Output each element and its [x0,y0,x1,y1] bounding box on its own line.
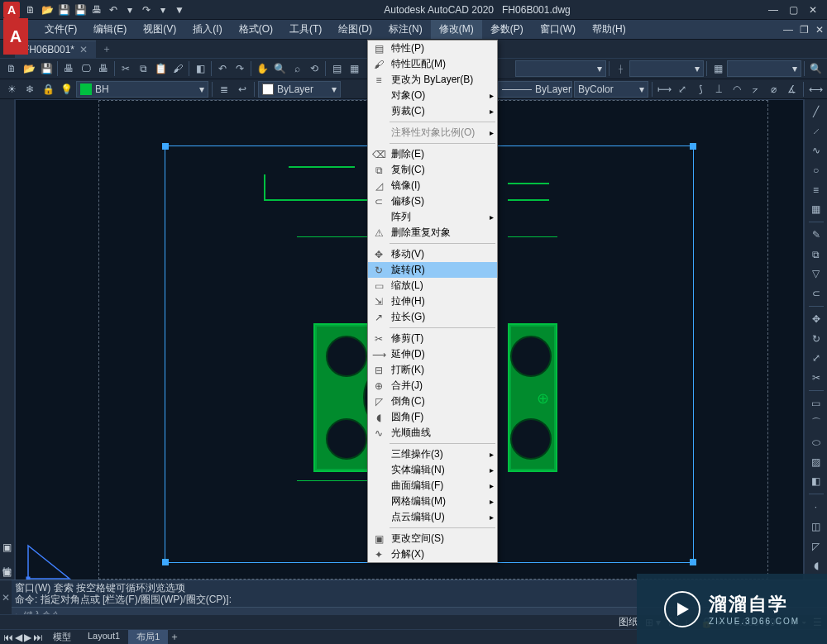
menu-帮助[interactable]: 帮助(H) [584,20,634,39]
menu-item[interactable]: ▣更改空间(S) [368,531,497,546]
menu-item[interactable]: ⚠删除重复对象 [368,225,497,241]
menu-item[interactable]: ⇲拉伸(H) [368,293,497,309]
menu-item[interactable]: 阵列▸ [368,209,497,225]
color-dropdown[interactable]: ByLayer ▾ [258,81,341,98]
scale-tool-icon[interactable]: ⤢ [807,349,825,367]
trim-tool-icon[interactable]: ✂ [807,369,825,387]
dim-jogged-icon[interactable]: ⦢ [747,81,763,98]
mirror-tool-icon[interactable]: ▽ [807,265,825,284]
menu-编辑[interactable]: 编辑(E) [85,20,135,39]
undo-icon[interactable]: ↶ [106,2,121,17]
lineweight-dropdown[interactable]: ——— ByLayer▾ [498,81,572,98]
rect-tool-icon[interactable]: ▭ [807,394,825,413]
design-center-icon[interactable]: ▦ [346,60,362,77]
annotation-scale-dropdown[interactable]: ▾ [515,60,606,77]
add-layout-icon[interactable]: ＋ [170,630,179,644]
print-icon[interactable]: 🖶 [89,2,104,17]
polyline-tool-icon[interactable]: ⟋ [807,122,825,141]
layer-manager-icon[interactable]: ☀ [3,81,20,98]
chevron-down-icon[interactable]: ▾ [155,2,170,17]
open-icon[interactable]: 📂 [40,2,55,17]
ellipse-tool-icon[interactable]: ⬭ [807,433,825,451]
mdi-minimize-icon[interactable]: — [783,24,793,36]
copy-icon[interactable]: ⧉ [135,60,151,77]
grip-handle[interactable] [162,143,169,150]
arc-tool-icon[interactable]: ⌒ [807,414,825,432]
layout-tab[interactable]: 模型 [45,630,79,644]
layer-off-icon[interactable]: 💡 [58,81,74,98]
layer-states-icon[interactable]: ≣ [216,81,232,98]
cut-icon[interactable]: ✂ [117,60,134,77]
erase-tool-icon[interactable]: ✎ [807,226,825,244]
layer-prev-icon[interactable]: ↩ [234,81,251,98]
block-tool-icon[interactable]: ◫ [807,518,825,536]
print-preview-icon[interactable]: 🖵 [78,60,94,77]
matchprop-icon[interactable]: 🖌 [170,60,186,77]
dim-linear-icon[interactable]: ⟼ [656,81,672,98]
menu-item[interactable]: ↗拉长(G) [368,309,497,325]
menu-窗口[interactable]: 窗口(W) [532,20,584,39]
plotstyle-dropdown[interactable]: ByColor ▾ [574,81,648,98]
layout-tab[interactable]: Layout1 [79,630,128,644]
hatch-tool-icon[interactable]: ▨ [807,453,825,471]
menu-修改[interactable]: 修改(M) [431,20,482,39]
menu-item[interactable]: 网格编辑(M)▸ [368,494,497,509]
dim-quick-icon[interactable]: ⟷ [807,81,824,98]
menu-item[interactable]: 曲面编辑(F)▸ [368,478,497,494]
dim-diameter-icon[interactable]: ⌀ [765,81,782,98]
minimize-button[interactable]: — [767,4,779,16]
menu-item[interactable]: ≡更改为 ByLayer(B) [368,72,497,88]
menu-item[interactable]: ⊂偏移(S) [368,193,497,209]
menu-视图[interactable]: 视图(V) [135,20,184,39]
tab-nav-prev-icon[interactable]: ◀ [15,632,22,643]
mdi-restore-icon[interactable]: ❐ [800,24,809,36]
menu-插入[interactable]: 插入(I) [184,20,230,39]
table-icon[interactable]: ▦ [710,60,726,77]
menu-item[interactable]: ◸倒角(C) [368,394,497,409]
grip-handle[interactable] [690,143,696,150]
zoom-window-icon[interactable]: ⌕ [289,60,305,77]
undo-icon[interactable]: ↶ [214,60,231,77]
close-tab-icon[interactable]: ✕ [79,44,88,55]
panel-icon[interactable]: ▣ [2,541,12,553]
new-icon[interactable]: 🗎 [3,60,20,77]
maximize-button[interactable]: ▢ [787,4,799,16]
layer-dropdown[interactable]: BH ▾ [76,81,208,98]
new-icon[interactable]: 🗎 [23,2,38,17]
left-palette-bar[interactable]: ▣ 特性 ▣ [0,99,15,594]
zoom-prev-icon[interactable]: ⟲ [306,60,323,77]
menu-格式[interactable]: 格式(O) [231,20,281,39]
find-icon[interactable]: 🔍 [807,60,824,77]
dropdown-icon[interactable]: ▼ [172,2,187,17]
menu-item[interactable]: 剪裁(C)▸ [368,103,497,119]
menu-item[interactable]: ◖圆角(F) [368,409,497,425]
menu-item[interactable]: 点云编辑(U)▸ [368,509,497,525]
dim-aligned-icon[interactable]: ⤢ [674,81,691,98]
layer-freeze-icon[interactable]: ❄ [22,81,38,98]
spline-tool-icon[interactable]: ∿ [807,141,825,160]
tab-nav-first-icon[interactable]: ⏮ [3,632,13,643]
save-icon[interactable]: 💾 [56,2,71,17]
save-icon[interactable]: 💾 [38,60,55,77]
mdi-close-icon[interactable]: ✕ [815,24,824,36]
close-button[interactable]: ✕ [807,4,819,16]
properties-icon[interactable]: ▤ [328,60,345,77]
print-icon[interactable]: 🖶 [60,60,77,77]
menu-工具[interactable]: 工具(T) [281,20,330,39]
menu-绘图[interactable]: 绘图(D) [330,20,380,39]
menu-item[interactable]: ⊕合并(J) [368,378,497,394]
table-tool-icon[interactable]: ▦ [807,201,825,219]
table-style-dropdown[interactable]: ▾ [727,60,801,77]
copy-tool-icon[interactable]: ⧉ [807,246,825,264]
line-tool-icon[interactable]: ╱ [807,103,825,121]
dim-ordinate-icon[interactable]: ⟘ [710,81,727,98]
new-tab-button[interactable]: ＋ [98,41,116,57]
chevron-down-icon[interactable]: ▾ [122,2,137,17]
saveas-icon[interactable]: 💾 [73,2,88,17]
tab-nav-last-icon[interactable]: ⏭ [33,632,43,643]
redo-icon[interactable]: ↷ [232,60,248,77]
mtext-tool-icon[interactable]: ≡ [807,181,825,199]
menu-item[interactable]: ◿镜像(I) [368,178,497,193]
menu-item[interactable]: 对象(O)▸ [368,88,497,103]
menu-item[interactable]: ⌫删除(E) [368,146,497,162]
